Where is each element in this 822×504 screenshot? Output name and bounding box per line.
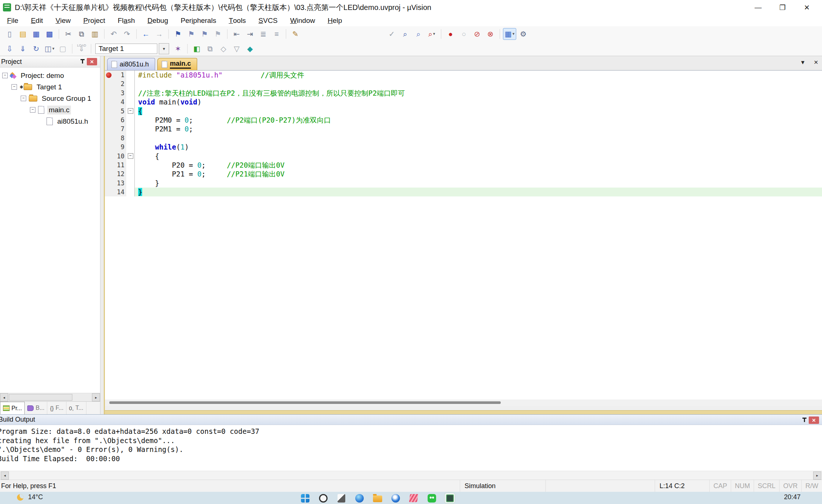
panel-tab-templates[interactable]: 0,T... (66, 402, 86, 414)
code-text[interactable] (135, 134, 822, 143)
undo-button[interactable]: ↶ (107, 28, 120, 40)
find-in-files-button[interactable]: ⌕ (399, 28, 411, 40)
menu-svcs[interactable]: SVCS (252, 15, 284, 26)
bookmark-clear-all-button[interactable]: ⚑ (212, 28, 224, 40)
breakpoint-margin[interactable] (105, 89, 113, 97)
taskbar-icon-uvision[interactable] (445, 493, 455, 503)
cut-button[interactable]: ✂ (62, 28, 75, 40)
new-file-button[interactable]: ▯ (3, 28, 16, 40)
breakpoint-margin[interactable] (105, 124, 113, 133)
code-editor[interactable]: 1#include "ai8051u.h" //调用头文件23//注意:擎天柱的… (105, 71, 822, 400)
breakpoint-toggle-button[interactable]: ● (444, 28, 457, 40)
tree-item-ai8051u-h[interactable]: ai8051u.h (0, 116, 100, 127)
tab-ai8051u.h[interactable]: ai8051u.h (107, 58, 155, 70)
tree-item-main-c[interactable]: −main.c (0, 104, 100, 116)
indent-button[interactable]: ⇥ (244, 28, 256, 40)
target-select-dropdown-icon[interactable]: ▾ (159, 43, 169, 54)
tab-main.c[interactable]: main.c (157, 58, 197, 70)
code-text[interactable]: P2M1 = 0; (135, 124, 822, 133)
code-line-10[interactable]: 10− { (105, 152, 822, 161)
find-button[interactable]: ⌕▾ (425, 28, 438, 40)
breakpoint-margin[interactable] (105, 79, 113, 88)
breakpoint-margin[interactable] (105, 71, 113, 79)
menu-peripherals[interactable]: Peripherals (174, 15, 222, 26)
comment-selection-button[interactable]: ≣ (257, 28, 270, 40)
code-text[interactable]: P20 = 0; //P20端口输出0V (135, 161, 822, 169)
breakpoint-margin[interactable] (105, 152, 113, 161)
expander-minus-icon[interactable]: − (21, 96, 26, 101)
code-line-2[interactable]: 2 (105, 79, 822, 88)
bookmark-toggle-button[interactable]: ⚑ (172, 28, 184, 40)
code-line-3[interactable]: 3//注意:擎天柱的LED端口在P2，且没有三极管的电源控制，所以只要控制P2端… (105, 89, 822, 97)
breakpoint-margin[interactable] (105, 134, 113, 143)
project-panel-hscrollbar[interactable]: ◂ ▸ (0, 393, 100, 401)
taskbar-weather[interactable]: 14°C (17, 493, 43, 501)
bookmark-next-button[interactable]: ⚑ (198, 28, 211, 40)
uncomment-selection-button[interactable]: ≡ (270, 28, 283, 40)
options-for-target-button[interactable]: ✶ (172, 43, 184, 54)
select-software-packs-button[interactable]: ◇ (217, 43, 230, 54)
menu-tools[interactable]: Tools (222, 15, 252, 26)
tab-list-dropdown-icon[interactable]: ▼ (800, 59, 806, 66)
code-text[interactable]: void main(void) (135, 97, 822, 106)
menu-edit[interactable]: Edit (25, 15, 49, 26)
code-line-12[interactable]: 12 P21 = 0; //P21端口输出0V (105, 169, 822, 178)
translate-file-button[interactable]: ⇩ (3, 43, 16, 54)
project-panel-close-button[interactable]: ✕ (87, 58, 97, 65)
close-button[interactable]: ✕ (795, 0, 819, 15)
code-line-13[interactable]: 13 } (105, 179, 822, 188)
taskbar-icon-search[interactable] (318, 493, 328, 503)
save-button[interactable]: ▦ (30, 28, 42, 40)
code-line-14[interactable]: 14} (105, 188, 822, 196)
expander-minus-icon[interactable]: − (11, 84, 17, 90)
code-line-1[interactable]: 1#include "ai8051u.h" //调用头文件 (105, 71, 822, 79)
taskbar-icon-appblue[interactable] (390, 493, 401, 503)
code-text[interactable]: #include "ai8051u.h" //调用头文件 (135, 71, 822, 79)
taskbar-icon-start[interactable] (300, 493, 310, 503)
target-select[interactable]: Target 1 (95, 44, 157, 54)
scroll-left-icon[interactable]: ◂ (0, 393, 8, 401)
download-to-flash-button[interactable]: LOAD⇓ (75, 43, 88, 54)
save-all-button[interactable]: ▩ (43, 28, 56, 40)
panel-tab-functions[interactable]: {}F... (47, 402, 66, 414)
code-line-6[interactable]: 6 P2M0 = 0; //P2端口(P20-P27)为准双向口 (105, 116, 822, 124)
bookmark-previous-button[interactable]: ⚑ (185, 28, 198, 40)
panel-tab-projects[interactable]: Pr... (0, 402, 25, 414)
editor-hscrollbar[interactable] (105, 400, 822, 406)
configure-tools-button[interactable]: ⚙ (517, 28, 530, 40)
tree-item-project-demo[interactable]: −Project: demo (0, 70, 100, 81)
manage-project-items-button[interactable]: ⧉ (204, 43, 216, 54)
taskbar-icon-folder[interactable] (372, 493, 383, 503)
editor-scrollbar-thumb[interactable] (109, 401, 501, 404)
breakpoint-margin[interactable] (105, 161, 113, 169)
minimize-button[interactable]: — (746, 0, 770, 15)
code-line-9[interactable]: 9 while(1) (105, 143, 822, 151)
menu-file[interactable]: File (1, 15, 25, 26)
spell-check-button[interactable]: ✓ (386, 28, 398, 40)
rebuild-all-button[interactable]: ↻ (30, 43, 42, 54)
menu-debug[interactable]: Debug (141, 15, 174, 26)
build-output-close-button[interactable]: ✕ (809, 416, 819, 424)
code-text[interactable]: } (135, 188, 822, 196)
taskbar-clock[interactable]: 20:47 (784, 493, 801, 501)
taskbar-icon-wechat[interactable] (427, 493, 437, 503)
menu-help[interactable]: Help (321, 15, 348, 26)
taskbar-icon-edge[interactable] (354, 493, 364, 503)
code-line-11[interactable]: 11 P20 = 0; //P20端口输出0V (105, 161, 822, 169)
tree-item-target-1[interactable]: −✱Target 1 (0, 81, 100, 93)
code-text[interactable] (135, 79, 822, 88)
code-text[interactable]: } (135, 179, 822, 188)
panel-splitter[interactable] (100, 56, 104, 414)
windows-layout-button[interactable]: ▦▾ (503, 28, 516, 40)
code-line-4[interactable]: 4void main(void) (105, 97, 822, 106)
batch-build-button[interactable]: ◫▾ (43, 43, 56, 54)
breakpoint-margin[interactable] (105, 107, 113, 116)
menu-flash[interactable]: Flash (112, 15, 141, 26)
tree-item-source-group-1[interactable]: −Source Group 1 (0, 93, 100, 104)
breakpoint-margin[interactable] (105, 169, 113, 178)
taskbar-icon-appdark[interactable] (336, 493, 346, 503)
breakpoint-enable-disable-button[interactable]: ○ (458, 28, 470, 40)
menu-view[interactable]: View (49, 15, 77, 26)
menu-window[interactable]: Window (284, 15, 322, 26)
code-text[interactable]: { (135, 152, 822, 161)
